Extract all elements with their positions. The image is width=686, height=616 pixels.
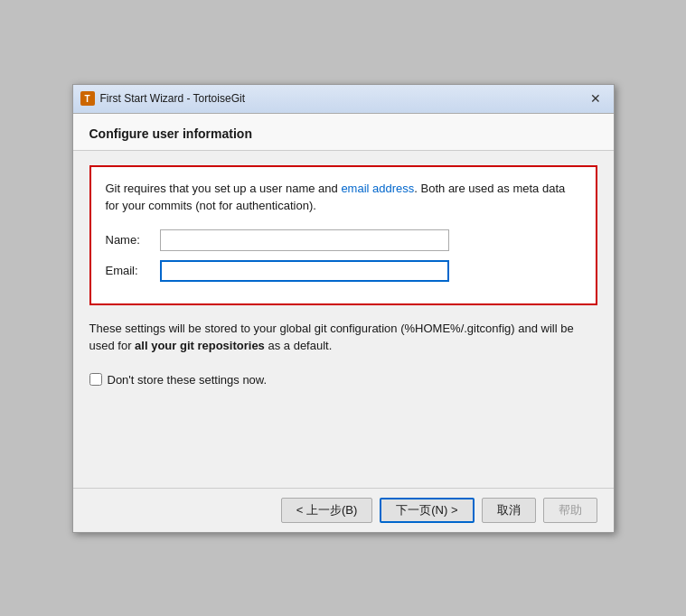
email-row: Email: — [106, 260, 581, 282]
back-button[interactable]: < 上一步(B) — [281, 498, 373, 523]
spacer — [89, 401, 597, 473]
title-bar: T First Start Wizard - TortoiseGit ✕ — [73, 85, 614, 114]
checkbox-row: Don't store these settings now. — [89, 373, 597, 387]
info-text-part1: Git requires that you set up a user name… — [106, 182, 342, 195]
settings-note-bold: all your git repositories — [135, 339, 265, 352]
footer: < 上一步(B) 下一页(N) > 取消 帮助 — [73, 488, 614, 532]
info-box: Git requires that you set up a user name… — [89, 165, 597, 305]
help-button[interactable]: 帮助 — [543, 498, 597, 523]
dont-store-checkbox[interactable] — [89, 373, 102, 386]
dont-store-label: Don't store these settings now. — [108, 373, 268, 387]
window-content: Git requires that you set up a user name… — [73, 151, 614, 488]
name-label: Name: — [106, 233, 160, 247]
next-button[interactable]: 下一页(N) > — [380, 498, 474, 523]
info-text: Git requires that you set up a user name… — [106, 180, 581, 215]
app-icon: T — [80, 91, 95, 106]
settings-note-part2: as a default. — [265, 339, 332, 352]
name-input[interactable] — [160, 229, 449, 251]
title-bar-left: T First Start Wizard - TortoiseGit — [80, 91, 245, 106]
main-window: T First Start Wizard - TortoiseGit ✕ Con… — [72, 84, 615, 533]
close-button[interactable]: ✕ — [585, 88, 606, 109]
window-title: First Start Wizard - TortoiseGit — [100, 92, 245, 105]
page-title: Configure user information — [89, 126, 252, 141]
info-text-link: email address — [341, 182, 414, 195]
settings-note: These settings will be stored to your gl… — [89, 320, 597, 355]
email-label: Email: — [106, 264, 160, 277]
name-row: Name: — [106, 229, 581, 251]
cancel-button[interactable]: 取消 — [482, 498, 536, 523]
window-header: Configure user information — [73, 114, 614, 151]
email-input[interactable] — [160, 260, 449, 282]
